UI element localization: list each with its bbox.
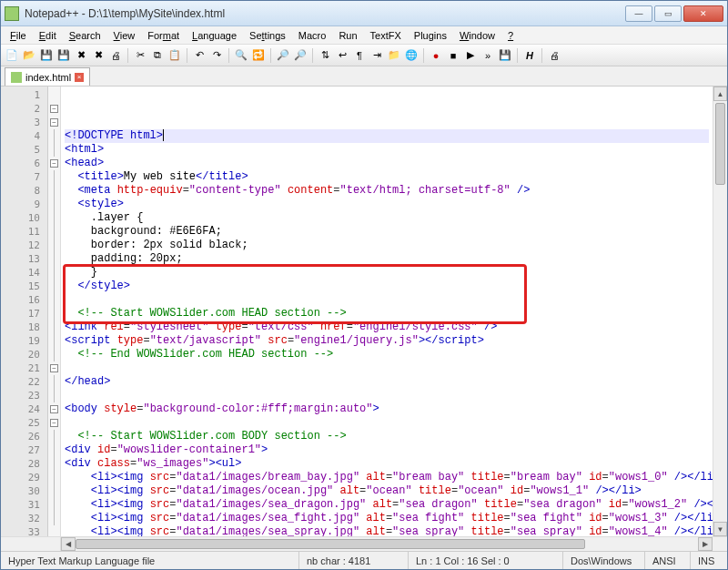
indent-icon[interactable]: ⇥ (369, 48, 384, 63)
zoom-in-icon[interactable]: 🔎 (276, 48, 290, 63)
hscroll-thumb[interactable] (76, 539, 585, 549)
fold-cell[interactable] (48, 211, 60, 225)
scroll-down-icon[interactable]: ▼ (713, 522, 727, 536)
code-line[interactable]: .layer { (65, 211, 709, 225)
code-line[interactable]: padding: 20px; (65, 252, 709, 266)
fold-cell[interactable] (48, 471, 60, 484)
fold-cell[interactable] (48, 443, 60, 457)
print-icon[interactable]: 🖨 (108, 48, 123, 63)
tab-close-icon[interactable]: × (75, 73, 84, 82)
fold-column[interactable]: −−−−−− (48, 87, 61, 536)
whitespace-icon[interactable]: ¶ (352, 48, 367, 63)
fold-cell[interactable] (48, 198, 60, 211)
redo-icon[interactable]: ↷ (209, 48, 224, 63)
code-line[interactable]: <!-- End WOWSlider.com HEAD section --> (65, 348, 709, 361)
fold-cell[interactable]: − (48, 116, 60, 129)
fold-cell[interactable] (48, 293, 60, 307)
scroll-up-icon[interactable]: ▲ (713, 87, 727, 101)
open-icon[interactable]: 📂 (22, 48, 36, 63)
menu-settings[interactable]: Settings (244, 28, 291, 43)
code-line[interactable]: background: #E6E6FA; (65, 225, 709, 239)
code-line[interactable]: <li><img src="data1/images/bream_bay.jpg… (65, 471, 709, 484)
code-line[interactable] (65, 389, 709, 402)
undo-icon[interactable]: ↶ (192, 48, 207, 63)
fold-cell[interactable] (48, 266, 60, 280)
fold-cell[interactable] (48, 498, 60, 512)
macro-save-icon[interactable]: 💾 (498, 48, 512, 63)
code-line[interactable]: <li><img src="data1/images/sea_fight.jpg… (65, 512, 709, 525)
fold-cell[interactable]: − (48, 361, 60, 375)
code-line[interactable]: <meta http-equiv="content-type" content=… (65, 184, 709, 198)
close-icon[interactable]: ✖ (74, 48, 88, 63)
code-line[interactable]: <div id="wowslider-container1"> (65, 443, 709, 457)
bold-icon[interactable]: H (522, 48, 537, 63)
editor[interactable]: 1234567891011121314151617181920212223242… (1, 87, 727, 536)
fold-cell[interactable] (48, 484, 60, 498)
scroll-thumb[interactable] (715, 103, 725, 185)
fold-cell[interactable] (48, 307, 60, 321)
code-line[interactable]: <li><img src="data1/images/sea_dragon.jp… (65, 498, 709, 512)
menu-textfx[interactable]: TextFX (365, 28, 407, 43)
code-line[interactable] (65, 293, 709, 307)
scroll-left-icon[interactable]: ◀ (61, 537, 76, 551)
menu-plugins[interactable]: Plugins (409, 28, 452, 43)
maximize-button[interactable]: ▭ (654, 5, 682, 22)
code-line[interactable]: </head> (65, 375, 709, 389)
fold-cell[interactable]: − (48, 102, 60, 116)
horizontal-scrollbar[interactable]: ◀ ▶ (61, 537, 713, 551)
menu-window[interactable]: Window (454, 28, 500, 43)
fold-cell[interactable] (48, 170, 60, 184)
replace-icon[interactable]: 🔁 (251, 48, 266, 63)
menu-view[interactable]: View (108, 28, 141, 43)
code-line[interactable]: <li><img src="data1/images/sea_spray.jpg… (65, 525, 709, 536)
code-line[interactable]: } (65, 266, 709, 280)
fold-cell[interactable]: − (48, 157, 60, 170)
save-all-icon[interactable]: 💾 (56, 48, 71, 63)
fold-cell[interactable] (48, 375, 60, 389)
paste-icon[interactable]: 📋 (167, 48, 182, 63)
zoom-out-icon[interactable]: 🔎 (293, 48, 308, 63)
code-line[interactable]: <!DOCTYPE html> (65, 129, 709, 143)
fold-cell[interactable] (48, 252, 60, 266)
fold-cell[interactable] (48, 348, 60, 361)
fold-cell[interactable] (48, 525, 60, 536)
find-icon[interactable]: 🔍 (234, 48, 248, 63)
menu-help[interactable]: ? (502, 28, 519, 43)
code-line[interactable] (65, 416, 709, 430)
vertical-scrollbar[interactable]: ▲ ▼ (713, 87, 727, 536)
lang-icon[interactable]: 🌐 (404, 48, 419, 63)
titlebar[interactable]: Notepad++ - D:\1\temp\MySite\index.html … (1, 1, 727, 26)
code-line[interactable]: <head> (65, 157, 709, 170)
code-line[interactable]: <body style="background-color:#fff;margi… (65, 402, 709, 416)
code-line[interactable]: <title>My web site</title> (65, 170, 709, 184)
fold-cell[interactable] (48, 280, 60, 293)
scroll-right-icon[interactable]: ▶ (698, 537, 713, 551)
code-line[interactable]: <li><img src="data1/images/ocean.jpg" al… (65, 484, 709, 498)
fold-cell[interactable] (48, 239, 60, 252)
fold-cell[interactable] (48, 184, 60, 198)
code-line[interactable]: <div class="ws_images"><ul> (65, 457, 709, 471)
close-button[interactable]: ✕ (683, 5, 723, 22)
code-line[interactable]: <link rel="stylesheet" type="text/css" h… (65, 321, 709, 334)
menu-run[interactable]: Run (333, 28, 362, 43)
sync-icon[interactable]: ⇅ (318, 48, 332, 63)
fold-cell[interactable]: − (48, 402, 60, 416)
fold-cell[interactable]: − (48, 416, 60, 430)
fold-cell[interactable] (48, 129, 60, 143)
help-icon[interactable]: 🖨 (547, 48, 561, 63)
code-line[interactable]: <script type="text/javascript" src="engi… (65, 334, 709, 348)
save-icon[interactable]: 💾 (39, 48, 54, 63)
fold-cell[interactable] (48, 389, 60, 402)
code-line[interactable]: <style> (65, 198, 709, 211)
stop-icon[interactable]: ■ (446, 48, 460, 63)
fold-cell[interactable] (48, 430, 60, 443)
code-area[interactable]: <!DOCTYPE html><html><head> <title>My we… (61, 87, 713, 536)
fold-cell[interactable] (48, 143, 60, 157)
menu-file[interactable]: File (5, 28, 32, 43)
minimize-button[interactable]: — (625, 5, 652, 22)
wrap-icon[interactable]: ↩ (335, 48, 349, 63)
fold-cell[interactable] (48, 88, 60, 102)
macro-fast-icon[interactable]: » (480, 48, 495, 63)
fold-cell[interactable] (48, 512, 60, 525)
menu-language[interactable]: Language (187, 28, 242, 43)
